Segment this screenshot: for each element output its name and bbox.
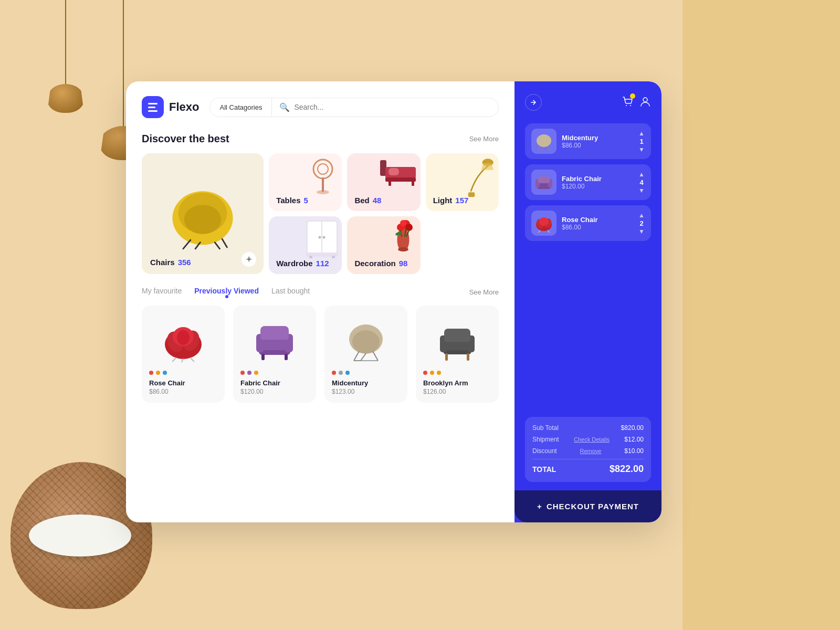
svg-line-53: [361, 353, 366, 361]
products-see-more[interactable]: See More: [469, 288, 499, 296]
discover-title-bold: Discover: [142, 133, 186, 144]
rose-chair-price: $86.00: [149, 388, 217, 395]
cart-rose-chair-info: Rose Chair $86.00: [562, 216, 633, 231]
fabric-chair-price: $120.00: [240, 388, 309, 395]
bed-image: [379, 158, 418, 186]
qty-up-fabric[interactable]: ▲: [638, 171, 645, 177]
svg-point-10: [317, 190, 329, 194]
svg-rect-63: [467, 353, 469, 361]
svg-line-5: [215, 243, 219, 249]
search-icon: 🔍: [279, 102, 290, 112]
qty-down-fabric[interactable]: ▼: [638, 187, 645, 194]
color-dot-red: [149, 371, 153, 375]
tab-favourite[interactable]: My favourite: [142, 287, 182, 297]
category-chairs[interactable]: Chairs 356 +: [142, 153, 264, 274]
cart-bag-button[interactable]: [622, 96, 633, 110]
discover-see-more[interactable]: See More: [469, 135, 499, 143]
checkout-label: CHECKOUT PAYMENT: [547, 502, 639, 511]
svg-rect-16: [412, 181, 414, 186]
svg-point-7: [313, 160, 332, 178]
svg-rect-9: [322, 177, 324, 192]
category-dropdown[interactable]: All Catagories: [210, 98, 272, 117]
back-arrow-button[interactable]: [525, 94, 542, 111]
products-grid: Rose Chair $86.00: [142, 306, 499, 403]
svg-line-3: [183, 240, 191, 249]
decoration-label: Decoration: [354, 259, 395, 268]
midcentury-name: Midcentury: [332, 379, 400, 387]
cart-item-fabric-chair[interactable]: Fabric Chair $120.00 ▲ 4 ▼: [525, 164, 651, 200]
color-dot-blue: [163, 371, 167, 375]
checkout-payment-button[interactable]: + CHECKOUT PAYMENT: [514, 490, 662, 522]
discover-title: Discover the best: [142, 133, 229, 145]
svg-line-79: [538, 230, 540, 233]
rose-chair-name: Rose Chair: [149, 379, 217, 387]
bed-label: Bed: [354, 196, 369, 205]
category-tables[interactable]: Tables 5: [269, 153, 342, 211]
svg-point-64: [626, 105, 627, 106]
svg-point-66: [643, 98, 647, 102]
brooklyn-arm-price: $126.00: [423, 388, 491, 395]
category-bed[interactable]: Bed 48: [347, 153, 420, 211]
cart-item-midcentury[interactable]: Midcentury $86.00 ▲ 1 ▼: [525, 123, 651, 159]
chairs-label: Chairs: [150, 258, 175, 267]
wardrobe-label-row: Wardrobe 112: [276, 259, 329, 268]
svg-line-69: [542, 147, 544, 150]
cart-midcentury-name: Midcentury: [562, 134, 633, 142]
discover-title-rest: the best: [186, 133, 229, 144]
check-details-link[interactable]: Check Details: [574, 436, 610, 443]
svg-rect-47: [261, 340, 288, 350]
logo-icon[interactable]: [142, 96, 164, 118]
category-wardrobe[interactable]: Wardrobe 112: [269, 216, 342, 274]
chairs-add-button[interactable]: +: [242, 252, 256, 267]
product-rose-chair[interactable]: Rose Chair $86.00: [142, 306, 225, 403]
qty-down-rose[interactable]: ▼: [638, 228, 645, 235]
tab-previously-viewed[interactable]: Previously Viewed: [194, 287, 259, 297]
midcentury-image: [332, 313, 400, 365]
chairs-count: 356: [178, 258, 191, 267]
user-profile-button[interactable]: [639, 96, 651, 110]
cart-midcentury-info: Midcentury $86.00: [562, 134, 633, 149]
qty-num-fabric: 4: [639, 178, 643, 186]
logo-text: Flexo: [169, 100, 199, 114]
cart-fabric-chair-qty: ▲ 4 ▼: [638, 171, 645, 194]
logo-lines: [148, 103, 158, 112]
qty-up-rose[interactable]: ▲: [638, 212, 645, 218]
wardrobe-label: Wardrobe: [276, 259, 312, 268]
subtotal-value: $820.00: [621, 424, 644, 432]
category-decoration[interactable]: Decoration 98: [347, 216, 420, 274]
brooklyn-arm-image: [423, 313, 491, 365]
svg-point-39: [177, 330, 190, 345]
category-light[interactable]: Light 157: [426, 153, 499, 211]
product-midcentury[interactable]: Midcentury $123.00: [324, 306, 407, 403]
logo-line-2: [148, 107, 155, 108]
svg-rect-18: [468, 192, 475, 197]
tabs-area: My favourite Previously Viewed Last boug…: [142, 287, 499, 297]
tables-label-row: Tables 5: [276, 196, 308, 205]
remove-discount-link[interactable]: Remove: [580, 448, 602, 454]
svg-rect-60: [444, 329, 470, 342]
color-dot-purple: [247, 371, 251, 375]
light-label: Light: [433, 196, 453, 205]
cart-sidebar: Midcentury $86.00 ▲ 1 ▼: [514, 81, 662, 522]
qty-up-midcentury[interactable]: ▲: [638, 130, 645, 136]
decoration-count: 98: [399, 259, 408, 268]
color-dot-orange: [254, 371, 258, 375]
discount-label: Discount: [532, 447, 557, 455]
shipment-value: $12.00: [624, 436, 644, 443]
logo-line-1: [148, 103, 158, 104]
category-grid: Chairs 356 + Tables 5: [142, 153, 499, 274]
svg-line-70: [548, 146, 550, 150]
search-input[interactable]: [294, 103, 491, 111]
cart-fabric-chair-price: $120.00: [562, 183, 633, 190]
cart-item-rose-chair[interactable]: Rose Chair $86.00 ▲ 2 ▼: [525, 205, 651, 241]
product-fabric-chair[interactable]: Fabric Chair $120.00: [233, 306, 316, 403]
wardrobe-image: [305, 219, 339, 258]
svg-point-67: [537, 134, 551, 147]
tab-last-bought[interactable]: Last bought: [271, 287, 310, 297]
svg-rect-15: [388, 181, 391, 186]
product-brooklyn-arm[interactable]: Brooklyn Arm $126.00: [416, 306, 499, 403]
svg-rect-61: [445, 342, 469, 350]
qty-down-midcentury[interactable]: ▼: [638, 146, 645, 153]
brooklyn-arm-name: Brooklyn Arm: [423, 379, 491, 387]
svg-point-26: [398, 247, 408, 251]
